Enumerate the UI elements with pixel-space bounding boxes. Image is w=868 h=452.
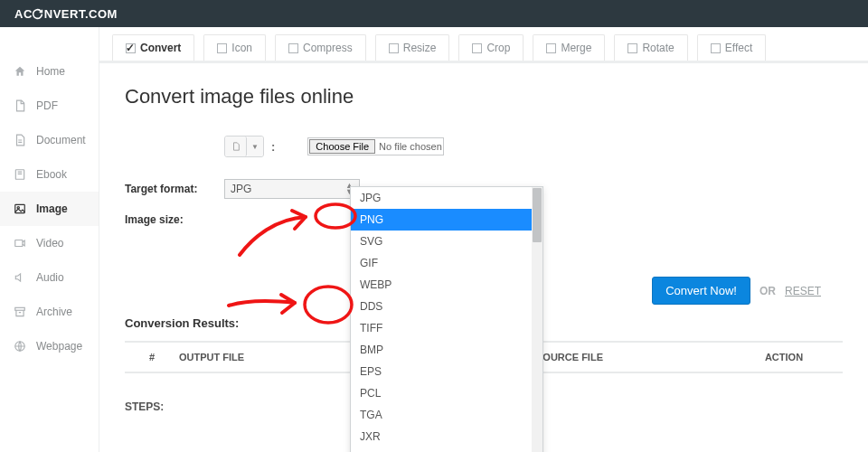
- checkbox-icon: [217, 43, 227, 53]
- page-title: Convert image files online: [125, 85, 843, 108]
- reset-link[interactable]: RESET: [785, 285, 821, 297]
- tab-convert[interactable]: Convert: [112, 34, 194, 61]
- tab-compress[interactable]: Compress: [275, 34, 366, 61]
- sidebar-item-webpage[interactable]: Webpage: [0, 329, 99, 363]
- checkbox-icon: [711, 43, 721, 53]
- top-bar: AC NVERT.COM: [0, 0, 868, 27]
- col-index: #: [125, 352, 179, 363]
- tab-merge[interactable]: Merge: [533, 34, 605, 61]
- audio-icon: [13, 270, 27, 285]
- main-panel: Convert Icon Compress Resize Crop Merge …: [99, 27, 868, 452]
- sidebar: Home PDF Document Ebook Image Video Audi…: [0, 27, 99, 452]
- tab-crop[interactable]: Crop: [458, 34, 524, 61]
- home-icon: [13, 64, 27, 79]
- target-format-select[interactable]: JPG ▲▼: [224, 179, 360, 199]
- tab-label: Merge: [561, 42, 591, 54]
- video-icon: [13, 236, 27, 250]
- ebook-icon: [13, 167, 27, 182]
- sidebar-item-label: Webpage: [36, 340, 82, 353]
- col-action: ACTION: [725, 352, 843, 363]
- caret-down-icon: ▼: [251, 143, 259, 151]
- tab-bar: Convert Icon Compress Resize Crop Merge …: [99, 27, 868, 63]
- archive-icon: [13, 305, 27, 319]
- no-file-label: No file chosen: [379, 141, 442, 152]
- file-source-button[interactable]: [225, 137, 247, 156]
- separator-colon: :: [271, 140, 275, 154]
- brand-logo[interactable]: AC NVERT.COM: [14, 7, 118, 21]
- webpage-icon: [13, 339, 27, 353]
- svg-rect-3: [15, 240, 23, 247]
- tab-label: Rotate: [642, 42, 674, 54]
- dropdown-option[interactable]: JPG: [351, 187, 542, 209]
- dropdown-option[interactable]: EPS: [351, 361, 542, 382]
- sidebar-item-image[interactable]: Image: [0, 192, 99, 226]
- brand-text-1: AC: [14, 7, 33, 21]
- document-icon: [13, 133, 27, 147]
- tab-label: Icon: [231, 42, 252, 54]
- sidebar-item-label: Audio: [36, 271, 64, 284]
- tab-label: Crop: [486, 42, 510, 54]
- tab-label: Compress: [303, 42, 353, 54]
- dropdown-option[interactable]: GIF: [351, 252, 542, 274]
- checkbox-icon: [472, 43, 482, 53]
- source-picker-group: ▼: [224, 136, 264, 157]
- sidebar-item-audio[interactable]: Audio: [0, 260, 99, 295]
- svg-rect-1: [15, 204, 25, 212]
- dropdown-option[interactable]: SVG: [351, 231, 542, 252]
- dropdown-option[interactable]: DDS: [351, 296, 542, 317]
- dropdown-option[interactable]: BMP: [351, 339, 542, 361]
- action-bar: Convert Now! OR RESET: [652, 277, 821, 305]
- sidebar-item-label: Document: [36, 134, 86, 146]
- dropdown-option[interactable]: PNG: [351, 209, 542, 231]
- tab-effect[interactable]: Effect: [697, 34, 766, 61]
- refresh-icon: [32, 8, 43, 20]
- image-size-label: Image size:: [125, 213, 224, 226]
- checkbox-icon: [288, 43, 298, 53]
- sidebar-item-label: Archive: [36, 306, 72, 318]
- sidebar-item-label: PDF: [36, 99, 58, 112]
- svg-rect-4: [15, 307, 25, 310]
- sidebar-item-label: Image: [36, 202, 68, 215]
- dropdown-option[interactable]: WEBP: [351, 274, 542, 296]
- dropdown-scrollbar[interactable]: [532, 187, 542, 452]
- sidebar-item-document[interactable]: Document: [0, 123, 99, 157]
- dropdown-option[interactable]: ICO: [351, 447, 542, 452]
- dropdown-option[interactable]: PCL: [351, 382, 542, 404]
- file-icon: [231, 141, 241, 152]
- dropdown-option[interactable]: TGA: [351, 404, 542, 426]
- tab-label: Convert: [140, 42, 181, 54]
- sidebar-item-video[interactable]: Video: [0, 226, 99, 260]
- checkbox-icon: [546, 43, 556, 53]
- tab-icon[interactable]: Icon: [203, 34, 266, 61]
- dropdown-option[interactable]: JXR: [351, 426, 542, 447]
- checkbox-icon: [126, 43, 136, 53]
- dropdown-option[interactable]: TIFF: [351, 317, 542, 339]
- tab-label: Resize: [403, 42, 437, 54]
- format-dropdown: JPGPNGSVGGIFWEBPDDSTIFFBMPEPSPCLTGAJXRIC…: [350, 186, 543, 452]
- image-icon: [13, 202, 27, 216]
- select-value: JPG: [231, 183, 251, 195]
- file-source-dropdown[interactable]: ▼: [247, 137, 263, 156]
- convert-now-button[interactable]: Convert Now!: [652, 277, 750, 305]
- tab-label: Effect: [725, 42, 752, 54]
- sidebar-item-home[interactable]: Home: [0, 54, 99, 89]
- target-format-label: Target format:: [125, 183, 224, 195]
- checkbox-icon: [389, 43, 399, 53]
- checkbox-icon: [627, 43, 637, 53]
- or-label: OR: [760, 285, 776, 297]
- sidebar-item-label: Ebook: [36, 168, 67, 181]
- tab-resize[interactable]: Resize: [375, 34, 450, 61]
- sidebar-item-label: Home: [36, 65, 65, 78]
- scrollbar-thumb[interactable]: [533, 188, 542, 242]
- sidebar-item-pdf[interactable]: PDF: [0, 89, 99, 123]
- tab-rotate[interactable]: Rotate: [614, 34, 687, 61]
- pdf-icon: [13, 99, 27, 113]
- choose-file-button[interactable]: Choose File: [309, 139, 375, 154]
- sidebar-item-ebook[interactable]: Ebook: [0, 157, 99, 192]
- sidebar-item-archive[interactable]: Archive: [0, 295, 99, 329]
- sidebar-item-label: Video: [36, 237, 63, 250]
- brand-text-2: NVERT.COM: [44, 7, 118, 21]
